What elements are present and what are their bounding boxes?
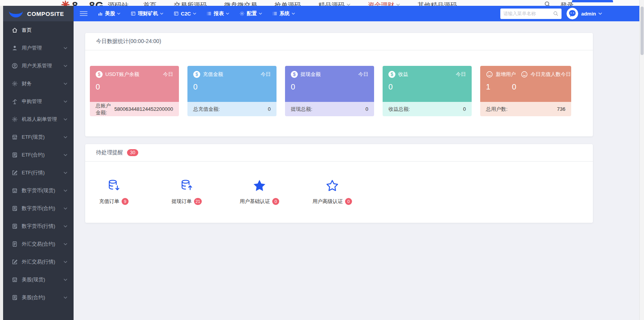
sidebar-item-label: 数字货币(行情): [22, 223, 64, 230]
chevron-down-icon: [64, 172, 67, 174]
alert-count-badge: 0: [345, 198, 352, 205]
sidebar-item[interactable]: 数字货币(现货): [3, 182, 74, 200]
browser-link-label: 微盘微交易: [224, 1, 257, 6]
sidebar-item[interactable]: 数字货币(合约): [3, 200, 74, 217]
alert-item[interactable]: 用户基础认证 0: [238, 175, 281, 205]
sidebar: COMPOSITE 首页用户管理用户关系管理财务申购管理机器人刷单管理ETF(现…: [3, 6, 74, 320]
stat-footer-value: 0: [268, 106, 271, 112]
browser-link[interactable]: 微盘微交易: [224, 1, 257, 6]
database-down-icon: [106, 175, 121, 193]
browser-link[interactable]: 其他精品源码: [417, 1, 457, 6]
sidebar-item[interactable]: 用户管理: [3, 39, 74, 57]
stat-value: 0: [291, 83, 295, 91]
stat-footer-value: 580063448124452200000: [114, 106, 173, 112]
sidebar-item[interactable]: 财务: [3, 75, 74, 93]
stat-title: 今日充值人数: [531, 71, 561, 78]
stat-footer-label: 提现总额:: [291, 106, 313, 113]
user-name[interactable]: admin: [581, 11, 596, 17]
nav-menu-label: 美股: [105, 10, 115, 17]
stat-footer-value: 0: [463, 106, 466, 112]
sidebar-item[interactable]: 申购管理: [3, 93, 74, 110]
sidebar-item-label: 数字货币(合约): [22, 205, 64, 212]
stat-tag: 今日: [358, 71, 368, 78]
menu-icon: [272, 11, 278, 16]
sidebar-item[interactable]: 机器人刷单管理: [3, 110, 74, 128]
chevron-down-icon: [64, 279, 67, 281]
sidebar-item-label: 用户管理: [22, 45, 64, 52]
stat-title: USDT账户余额: [105, 71, 139, 78]
bar-chart-icon: [98, 11, 103, 16]
coin-icon: $: [96, 71, 103, 78]
sidebar-item-label: 外汇交易(行情): [22, 258, 64, 265]
scrollbar-thumb[interactable]: [641, 7, 644, 55]
sidebar-item-label: ETF(现货): [22, 134, 64, 141]
chevron-down-icon: [64, 261, 67, 263]
stat-card-top: $USDT账户余额 今日 0: [90, 66, 179, 102]
nav-menu[interactable]: 系统: [272, 10, 295, 17]
search-input[interactable]: [503, 11, 553, 16]
search-icon[interactable]: [544, 1, 551, 6]
browser-link[interactable]: 资金理财: [368, 1, 400, 6]
sidebar-item[interactable]: 外汇交易(行情): [3, 253, 74, 271]
chevron-down-icon: [64, 207, 67, 210]
nav-menu[interactable]: 配置: [239, 10, 262, 17]
main-content: 今日数据统计(00:00-24:00) $USDT账户余额 今日 0 总账户金额…: [74, 21, 639, 320]
sidebar-item-label: 外汇交易(合约): [22, 241, 64, 248]
edit-icon: [12, 259, 18, 265]
scrollbar[interactable]: [639, 0, 644, 320]
stat-card: 新增用户今日充值人数 今日 10 总用户数: 736: [480, 66, 571, 116]
plant-icon: [12, 98, 18, 105]
nav-menu[interactable]: C2C: [173, 11, 196, 17]
chevron-down-icon: [64, 243, 67, 245]
avatar[interactable]: [567, 8, 578, 19]
alert-item[interactable]: 提现订单 21: [165, 175, 208, 205]
browser-link[interactable]: 精品源码: [318, 1, 350, 6]
database-up-icon: [179, 175, 194, 193]
sidebar-item[interactable]: ETF(行情): [3, 164, 74, 182]
sidebar-item[interactable]: ETF(合约): [3, 146, 74, 164]
sidebar-item[interactable]: 首页: [3, 21, 74, 39]
alert-item[interactable]: 充值订单 9: [92, 175, 136, 205]
sidebar-item[interactable]: 数字货币(行情): [3, 217, 74, 235]
nav-menu[interactable]: 报表: [206, 10, 229, 17]
stat-card-footer: 总账户金额: 580063448124452200000: [90, 102, 179, 116]
menu-search-box[interactable]: [500, 9, 562, 19]
sidebar-item-label: ETF(行情): [22, 169, 64, 176]
alerts-count-badge: 30: [127, 149, 138, 156]
top-navbar: 美股理财矿机C2C报表配置系统 admin: [74, 6, 639, 21]
stat-tag: 今日: [561, 71, 571, 78]
nav-menu[interactable]: 美股: [98, 10, 120, 17]
sidebar-item-label: 申购管理: [22, 98, 64, 105]
browser-link[interactable]: 交易所源码: [174, 1, 207, 6]
sidebar-item[interactable]: 外汇交易(合约): [3, 235, 74, 253]
stat-card-top: 新增用户今日充值人数 今日 10: [480, 66, 571, 102]
chevron-down-icon: [64, 100, 67, 103]
coin-icon: $: [193, 71, 200, 78]
sidebar-item-label: 首页: [22, 27, 67, 34]
stat-card: $USDT账户余额 今日 0 总账户金额: 580063448124452200…: [90, 66, 179, 116]
login-link[interactable]: 登录: [560, 1, 574, 6]
user-circle-icon: [12, 63, 18, 69]
browser-link[interactable]: 首页: [143, 1, 156, 6]
sidebar-item-label: 机器人刷单管理: [22, 116, 64, 123]
gear-icon: [239, 11, 245, 16]
hamburger-icon[interactable]: [80, 10, 88, 17]
stat-value: 0: [96, 83, 100, 91]
stat-card: $提现金额 今日 0 提现总额: 0: [285, 66, 374, 116]
sidebar-item[interactable]: 美股(合约): [3, 289, 74, 306]
sidebar-item[interactable]: 用户关系管理: [3, 57, 74, 75]
site-logo-text: 8—8G: [72, 0, 104, 6]
alert-item[interactable]: 用户高级认证 0: [311, 175, 354, 205]
sidebar-menu: 首页用户管理用户关系管理财务申购管理机器人刷单管理ETF(现货)ETF(合约)E…: [3, 21, 74, 306]
browser-link[interactable]: 抢单源码: [275, 1, 301, 6]
alerts-panel: 待处理提醒 30 充值订单 9 提现订单 21 用户基础认证 0 用户高级认证 …: [85, 144, 593, 223]
sidebar-item[interactable]: ETF(现货): [3, 128, 74, 146]
stat-tag: 今日: [456, 71, 466, 78]
stat-card-footer: 总充值金额: 0: [187, 102, 276, 116]
search-icon[interactable]: [553, 11, 558, 16]
sidebar-item[interactable]: 美股(现货): [3, 271, 74, 289]
star-filled-icon: [252, 175, 267, 193]
chevron-down-icon[interactable]: [598, 12, 602, 15]
nav-menu[interactable]: 理财矿机: [131, 10, 163, 17]
register-button-fragment[interactable]: [572, 0, 613, 2]
